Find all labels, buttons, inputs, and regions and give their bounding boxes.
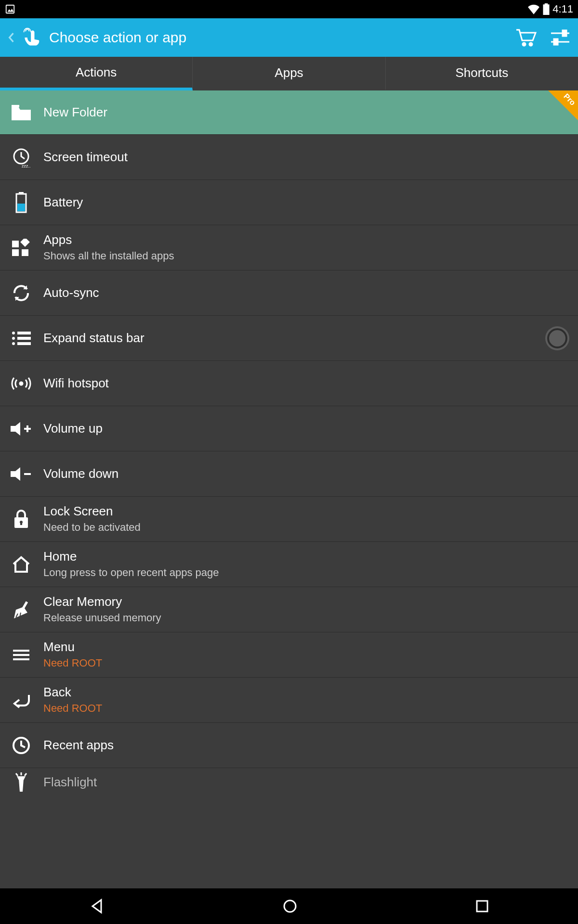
item-title: Volume up bbox=[43, 421, 569, 437]
item-subtitle: Release unused memory bbox=[43, 611, 569, 625]
svg-rect-19 bbox=[22, 249, 28, 256]
radio-toggle[interactable] bbox=[547, 328, 567, 348]
pro-badge: Pro bbox=[548, 90, 578, 120]
svg-text:zzz..: zzz.. bbox=[22, 164, 31, 167]
nav-home-icon[interactable] bbox=[282, 898, 298, 914]
sync-icon bbox=[9, 283, 34, 303]
menu-icon bbox=[9, 649, 34, 661]
list-item-screen-timeout[interactable]: zzz.. Screen timeout bbox=[0, 135, 578, 180]
back-chevron-icon[interactable] bbox=[8, 32, 14, 43]
tab-label: Apps bbox=[275, 65, 303, 80]
clock-icon bbox=[9, 736, 34, 755]
status-left bbox=[5, 4, 15, 14]
cart-icon[interactable] bbox=[515, 28, 537, 47]
folder-icon bbox=[9, 104, 34, 121]
item-subtitle: Need to be activated bbox=[43, 521, 569, 535]
list-item-menu[interactable]: Menu Need ROOT bbox=[0, 632, 578, 678]
status-right: 4:11 bbox=[527, 3, 573, 15]
svg-rect-9 bbox=[554, 39, 558, 45]
status-time: 4:11 bbox=[552, 3, 573, 15]
broom-icon bbox=[9, 600, 34, 619]
svg-line-46 bbox=[25, 773, 26, 776]
list-item-expand-status-bar[interactable]: Expand status bar bbox=[0, 316, 578, 361]
list-item-clear-memory[interactable]: Clear Memory Release unused memory bbox=[0, 587, 578, 632]
item-title: New Folder bbox=[43, 104, 569, 121]
svg-point-22 bbox=[12, 337, 15, 340]
item-subtitle: Shows all the installed apps bbox=[43, 249, 569, 263]
item-title: Expand status bar bbox=[43, 330, 547, 346]
item-subtitle: Long press to open recent apps page bbox=[43, 566, 569, 580]
picture-icon bbox=[5, 4, 15, 14]
svg-rect-49 bbox=[477, 901, 487, 911]
tab-actions[interactable]: Actions bbox=[0, 57, 193, 90]
status-bar: 4:11 bbox=[0, 0, 578, 18]
item-title: Home bbox=[43, 549, 569, 565]
nav-back-icon[interactable] bbox=[89, 898, 105, 914]
svg-rect-17 bbox=[20, 239, 30, 247]
item-title: Battery bbox=[43, 194, 569, 211]
svg-rect-0 bbox=[6, 5, 14, 13]
svg-rect-25 bbox=[17, 342, 31, 345]
touch-hand-icon bbox=[21, 27, 42, 48]
list-item-volume-down[interactable]: Volume down bbox=[0, 451, 578, 497]
list-item-volume-up[interactable]: Volume up bbox=[0, 406, 578, 451]
svg-rect-3 bbox=[545, 3, 548, 5]
svg-rect-18 bbox=[12, 249, 19, 256]
back-arrow-icon bbox=[9, 692, 34, 708]
item-title: Wifi hotspot bbox=[43, 375, 569, 392]
clock-sleep-icon: zzz.. bbox=[9, 147, 34, 167]
svg-marker-30 bbox=[11, 467, 20, 481]
item-title: Screen timeout bbox=[43, 149, 569, 166]
svg-point-20 bbox=[12, 332, 15, 334]
actions-list[interactable]: New Folder Pro zzz.. Screen timeout Batt… bbox=[0, 90, 578, 888]
item-title: Volume down bbox=[43, 466, 569, 482]
tab-apps[interactable]: Apps bbox=[193, 57, 385, 90]
svg-rect-31 bbox=[24, 473, 31, 475]
svg-rect-8 bbox=[563, 30, 566, 36]
list-item-new-folder[interactable]: New Folder Pro bbox=[0, 90, 578, 135]
svg-point-48 bbox=[284, 900, 296, 912]
list-item-wifi-hotspot[interactable]: Wifi hotspot bbox=[0, 361, 578, 406]
svg-rect-16 bbox=[12, 241, 19, 247]
svg-rect-10 bbox=[12, 105, 19, 107]
pro-label: Pro bbox=[562, 92, 578, 107]
svg-marker-42 bbox=[19, 779, 24, 792]
app-title: Choose action or app bbox=[49, 29, 186, 46]
app-header: Choose action or app bbox=[0, 18, 578, 57]
nav-bar bbox=[0, 888, 578, 924]
svg-marker-47 bbox=[92, 900, 101, 912]
list-item-battery[interactable]: Battery bbox=[0, 180, 578, 225]
list-lines-icon bbox=[9, 331, 34, 346]
tab-shortcuts[interactable]: Shortcuts bbox=[386, 57, 578, 90]
list-item-back[interactable]: Back Need ROOT bbox=[0, 678, 578, 723]
item-title: Auto-sync bbox=[43, 285, 569, 301]
list-item-recent-apps[interactable]: Recent apps bbox=[0, 723, 578, 768]
home-icon bbox=[9, 555, 34, 574]
svg-point-24 bbox=[12, 342, 15, 345]
list-item-lock-screen[interactable]: Lock Screen Need to be activated bbox=[0, 497, 578, 542]
battery-icon bbox=[543, 3, 550, 15]
tab-label: Shortcuts bbox=[455, 65, 508, 80]
svg-rect-29 bbox=[26, 425, 28, 432]
svg-rect-2 bbox=[543, 4, 550, 15]
item-title: Back bbox=[43, 684, 569, 701]
item-subtitle: Need ROOT bbox=[43, 702, 569, 716]
svg-marker-27 bbox=[11, 422, 20, 436]
volume-up-icon bbox=[9, 421, 34, 436]
item-title: Apps bbox=[43, 232, 569, 248]
volume-down-icon bbox=[9, 466, 34, 482]
list-item-auto-sync[interactable]: Auto-sync bbox=[0, 270, 578, 316]
sliders-icon[interactable] bbox=[550, 28, 570, 47]
svg-rect-14 bbox=[19, 192, 24, 194]
item-title: Lock Screen bbox=[43, 503, 569, 520]
svg-point-4 bbox=[523, 43, 525, 46]
list-item-home[interactable]: Home Long press to open recent apps page bbox=[0, 542, 578, 587]
list-item-apps[interactable]: Apps Shows all the installed apps bbox=[0, 225, 578, 270]
svg-rect-34 bbox=[20, 522, 22, 525]
svg-rect-23 bbox=[17, 337, 31, 340]
list-item-flashlight[interactable]: Flashlight bbox=[0, 768, 578, 797]
nav-recent-icon[interactable] bbox=[475, 899, 489, 913]
item-title: Flashlight bbox=[43, 774, 569, 791]
svg-marker-1 bbox=[8, 9, 14, 12]
flashlight-icon bbox=[9, 772, 34, 793]
